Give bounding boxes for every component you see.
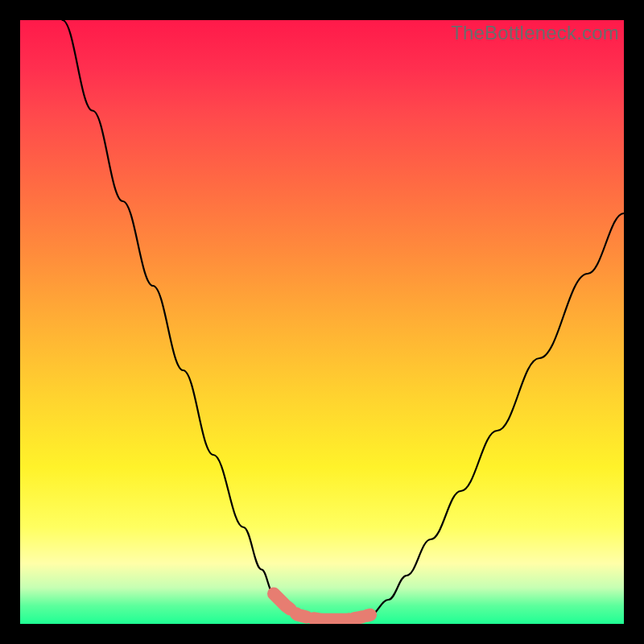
plot-area: TheBottleneck.com <box>20 20 624 624</box>
chart-frame: TheBottleneck.com <box>0 0 644 644</box>
bottleneck-curve <box>63 20 625 620</box>
highlight-band <box>274 594 370 620</box>
chart-svg <box>20 20 624 624</box>
